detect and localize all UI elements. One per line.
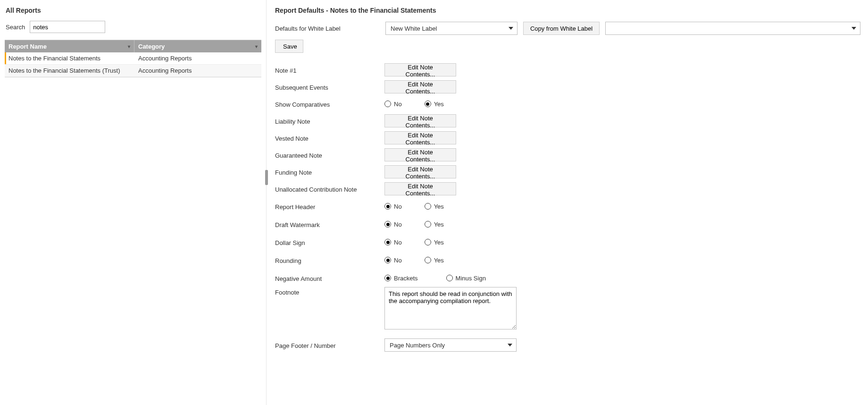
column-category[interactable]: Category ▾: [134, 40, 261, 52]
defaults-top-row: Defaults for White Label New White Label…: [275, 22, 863, 35]
radio-negative_amount-minus[interactable]: Minus Sign: [446, 275, 486, 282]
white-label-dropdown[interactable]: New White Label: [385, 22, 517, 35]
radio-outline-icon: [425, 257, 431, 263]
label-dollar-sign: Dollar Sign: [275, 238, 380, 246]
row-rounding: Rounding NoYes: [275, 251, 863, 269]
label-liability: Liability Note: [275, 117, 380, 125]
left-panel: All Reports Search Report Name ▾ Categor…: [0, 0, 267, 405]
edit-vested-button[interactable]: Edit Note Contents...: [384, 131, 456, 144]
radio-outline-icon: [425, 203, 431, 210]
edit-unallocated-button[interactable]: Edit Note Contents...: [384, 182, 456, 195]
radio-outline-icon: [425, 239, 431, 245]
page-footer-dropdown[interactable]: Page Numbers Only: [384, 338, 517, 352]
defaults-for-white-label-text: Defaults for White Label: [275, 25, 380, 32]
row-vested: Vested Note Edit Note Contents...: [275, 129, 863, 146]
rounding-radios: NoYes: [384, 257, 444, 264]
label-page-footer: Page Footer / Number: [275, 341, 380, 349]
radio-outline-icon: [384, 101, 391, 107]
page-footer-selected: Page Numbers Only: [390, 342, 445, 349]
grid-body: Notes to the Financial StatementsAccount…: [5, 52, 261, 77]
show-comparatives-radios: NoYes: [384, 101, 444, 108]
row-show-comparatives: Show Comparatives NoYes: [275, 95, 863, 112]
row-negative-amount: Negative Amount BracketsMinus Sign: [275, 269, 863, 287]
copy-from-white-label-button[interactable]: Copy from White Label: [523, 22, 600, 35]
radio-dollar_sign-yes[interactable]: Yes: [425, 239, 444, 246]
edit-subsequent-button[interactable]: Edit Note Contents...: [384, 80, 456, 93]
radio-show_comparatives-yes[interactable]: Yes: [425, 101, 444, 108]
chevron-down-icon: [851, 27, 856, 30]
radio-label: Yes: [434, 203, 444, 210]
column-category-label: Category: [138, 43, 165, 50]
radio-outline-icon: [446, 275, 453, 281]
label-note1: Note #1: [275, 66, 380, 74]
label-footnote: Footnote: [275, 287, 380, 296]
label-show-comparatives: Show Comparatives: [275, 100, 380, 108]
row-dollar-sign: Dollar Sign NoYes: [275, 233, 863, 251]
row-liability: Liability Note Edit Note Contents...: [275, 112, 863, 129]
radio-label: Yes: [434, 221, 444, 228]
radio-outline-icon: [384, 239, 391, 245]
radio-outline-icon: [384, 257, 391, 263]
radio-label: No: [394, 203, 402, 210]
reports-grid: Report Name ▾ Category ▾ Notes to the Fi…: [5, 40, 261, 77]
radio-label: Yes: [434, 239, 444, 246]
column-report-name[interactable]: Report Name ▾: [5, 40, 134, 52]
row-draft-watermark: Draft Watermark NoYes: [275, 215, 863, 233]
radio-label: No: [394, 101, 402, 108]
draft-watermark-radios: NoYes: [384, 221, 444, 228]
all-reports-title: All Reports: [6, 7, 261, 14]
row-page-footer: Page Footer / Number Page Numbers Only: [275, 336, 863, 354]
edit-liability-button[interactable]: Edit Note Contents...: [384, 114, 456, 127]
report-defaults-title: Report Defaults - Notes to the Financial…: [275, 7, 863, 14]
table-row[interactable]: Notes to the Financial Statements (Trust…: [5, 65, 261, 77]
row-funding: Funding Note Edit Note Contents...: [275, 163, 863, 180]
label-negative-amount: Negative Amount: [275, 274, 380, 282]
column-report-name-label: Report Name: [8, 43, 47, 50]
edit-note1-button[interactable]: Edit Note Contents...: [384, 63, 456, 76]
row-report-header: Report Header NoYes: [275, 197, 863, 215]
radio-outline-icon: [384, 221, 391, 228]
label-unallocated: Unallocated Contribution Note: [275, 185, 380, 193]
label-funding: Funding Note: [275, 168, 380, 176]
radio-negative_amount-brackets[interactable]: Brackets: [384, 275, 418, 282]
radio-rounding-yes[interactable]: Yes: [425, 257, 444, 264]
report-header-radios: NoYes: [384, 203, 444, 210]
label-rounding: Rounding: [275, 256, 380, 264]
radio-dollar_sign-no[interactable]: No: [384, 239, 402, 246]
search-label: Search: [6, 24, 25, 31]
radio-label: Yes: [434, 257, 444, 264]
edit-funding-button[interactable]: Edit Note Contents...: [384, 165, 456, 178]
search-input[interactable]: [30, 21, 105, 33]
radio-label: Brackets: [394, 275, 418, 282]
dollar-sign-radios: NoYes: [384, 239, 444, 246]
row-footnote: Footnote: [275, 287, 863, 329]
table-row[interactable]: Notes to the Financial StatementsAccount…: [5, 52, 261, 65]
label-guaranteed: Guaranteed Note: [275, 151, 380, 159]
radio-report_header-yes[interactable]: Yes: [425, 203, 444, 210]
row-subsequent: Subsequent Events Edit Note Contents...: [275, 78, 863, 95]
label-draft-watermark: Draft Watermark: [275, 220, 380, 228]
radio-label: No: [394, 221, 402, 228]
cell-category: Accounting Reports: [134, 55, 261, 62]
chevron-down-icon: ▾: [128, 44, 130, 49]
radio-show_comparatives-no[interactable]: No: [384, 101, 402, 108]
edit-guaranteed-button[interactable]: Edit Note Contents...: [384, 148, 456, 161]
splitter-handle[interactable]: [265, 170, 268, 185]
radio-label: Yes: [434, 101, 444, 108]
row-guaranteed: Guaranteed Note Edit Note Contents...: [275, 146, 863, 163]
copy-source-dropdown[interactable]: [605, 22, 860, 35]
save-button[interactable]: Save: [275, 40, 303, 53]
app-root: All Reports Search Report Name ▾ Categor…: [0, 0, 868, 405]
radio-report_header-no[interactable]: No: [384, 203, 402, 210]
save-row: Save: [275, 40, 863, 53]
footnote-textarea[interactable]: [384, 287, 517, 329]
label-subsequent: Subsequent Events: [275, 83, 380, 91]
radio-draft_watermark-no[interactable]: No: [384, 221, 402, 228]
chevron-down-icon: [509, 27, 513, 30]
radio-draft_watermark-yes[interactable]: Yes: [425, 221, 444, 228]
radio-outline-icon: [384, 275, 391, 281]
chevron-down-icon: [508, 344, 512, 346]
radio-outline-icon: [384, 203, 391, 210]
radio-rounding-no[interactable]: No: [384, 257, 402, 264]
right-panel: Report Defaults - Notes to the Financial…: [267, 0, 868, 405]
